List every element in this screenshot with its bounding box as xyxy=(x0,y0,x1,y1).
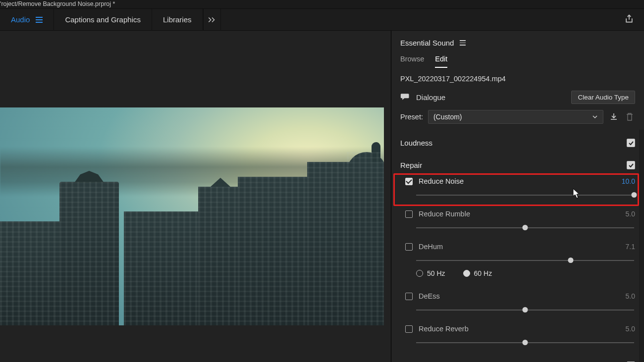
panel-menu-icon[interactable] xyxy=(460,40,466,46)
tab-browse[interactable]: Browse xyxy=(400,55,424,68)
reduce-rumble-value[interactable]: 5.0 xyxy=(626,210,635,218)
reduce-noise-label: Reduce Noise xyxy=(419,177,464,185)
panel-header: Essential Sound xyxy=(391,31,644,51)
panel-title: Essential Sound xyxy=(400,39,454,47)
reduce-rumble-label: Reduce Rumble xyxy=(419,210,470,218)
essential-sound-panel: Essential Sound Browse Edit PXL_20220317… xyxy=(391,31,644,362)
section-label: Repair xyxy=(400,161,422,169)
share-icon xyxy=(624,14,634,24)
audio-type-label: Dialogue xyxy=(416,93,445,102)
chevrons-right-icon xyxy=(208,16,216,24)
download-icon xyxy=(609,112,618,121)
chevron-down-icon xyxy=(592,114,598,120)
dehum-frequency-radios: 50 Hz 60 Hz xyxy=(405,263,635,280)
audio-type-row: Dialogue Clear Audio Type xyxy=(391,89,644,110)
sections: Loudness Repair xyxy=(391,132,644,362)
workspace-tab-captions[interactable]: Captions and Graphics xyxy=(54,9,152,31)
repair-checkbox[interactable] xyxy=(627,161,635,169)
deess-value[interactable]: 5.0 xyxy=(626,292,635,300)
workspace-tab-label: Audio xyxy=(11,15,30,24)
dehum-value[interactable]: 7.1 xyxy=(626,243,635,251)
reduce-rumble-slider[interactable] xyxy=(416,225,634,231)
dehum-checkbox[interactable] xyxy=(405,243,413,251)
item-reduce-noise: Reduce Noise 10.0 xyxy=(400,172,638,205)
repair-items: Reduce Noise 10.0 xyxy=(400,172,638,353)
section-loudness[interactable]: Loudness xyxy=(400,132,638,154)
panel-tabs: Browse Edit xyxy=(391,51,644,68)
preset-dropdown[interactable]: (Custom) xyxy=(428,110,603,124)
hamburger-icon xyxy=(36,17,43,23)
save-preset-button[interactable] xyxy=(608,111,619,122)
dialogue-icon xyxy=(400,92,410,103)
workspace-tab-libraries[interactable]: Libraries xyxy=(152,9,203,31)
title-bar: 'roject/Remove Background Noise.prproj * xyxy=(0,0,644,9)
item-deess: DeEss 5.0 xyxy=(400,287,638,320)
panel-scrollbar[interactable] xyxy=(639,130,644,362)
section-clarity[interactable]: Clarity xyxy=(400,353,638,362)
radio-disc-icon xyxy=(416,270,423,277)
loudness-checkbox[interactable] xyxy=(627,139,635,147)
workspace-tab-label: Captions and Graphics xyxy=(65,15,141,24)
section-label: Loudness xyxy=(400,139,432,147)
video-preview xyxy=(0,107,384,325)
delete-preset-button[interactable] xyxy=(624,111,635,122)
dehum-label: DeHum xyxy=(419,243,443,251)
preset-value: (Custom) xyxy=(433,113,462,121)
reduce-reverb-label: Reduce Reverb xyxy=(419,325,469,333)
check-icon xyxy=(628,140,634,146)
workspace-toolbar: Audio Captions and Graphics Libraries xyxy=(0,9,644,31)
trash-icon xyxy=(626,112,634,121)
reduce-noise-slider[interactable] xyxy=(416,192,634,198)
reduce-rumble-checkbox[interactable] xyxy=(405,210,413,218)
radio-60hz-label: 60 Hz xyxy=(474,269,492,277)
workspace-tab-audio[interactable]: Audio xyxy=(0,9,54,31)
check-icon xyxy=(628,162,634,168)
main-area: Essential Sound Browse Edit PXL_20220317… xyxy=(0,31,644,362)
workspace-tab-label: Libraries xyxy=(163,15,192,24)
dehum-slider[interactable] xyxy=(416,258,634,263)
radio-60hz[interactable]: 60 Hz xyxy=(463,269,492,277)
section-repair[interactable]: Repair xyxy=(400,154,638,172)
preset-row: Preset: (Custom) xyxy=(391,110,644,132)
workspace-overflow-button[interactable] xyxy=(203,9,221,31)
radio-50hz-label: 50 Hz xyxy=(427,269,445,277)
reduce-reverb-checkbox[interactable] xyxy=(405,325,413,333)
deess-label: DeEss xyxy=(419,292,440,300)
reduce-reverb-value[interactable]: 5.0 xyxy=(626,325,635,333)
reduce-reverb-slider[interactable] xyxy=(416,340,634,346)
clear-audio-type-button[interactable]: Clear Audio Type xyxy=(571,91,635,104)
deess-slider[interactable] xyxy=(416,307,634,313)
preset-label: Preset: xyxy=(400,113,423,121)
reduce-noise-value[interactable]: 10.0 xyxy=(622,177,635,185)
tab-edit[interactable]: Edit xyxy=(435,55,447,68)
export-share-button[interactable] xyxy=(624,14,634,26)
item-reduce-reverb: Reduce Reverb 5.0 xyxy=(400,320,638,353)
radio-disc-icon xyxy=(463,270,470,277)
clip-filename: PXL_20220317_002224954.mp4 xyxy=(391,68,644,89)
radio-50hz[interactable]: 50 Hz xyxy=(416,269,445,277)
program-monitor[interactable] xyxy=(0,31,391,362)
reduce-noise-checkbox[interactable] xyxy=(405,178,413,185)
deess-checkbox[interactable] xyxy=(405,293,413,300)
item-reduce-rumble: Reduce Rumble 5.0 xyxy=(400,205,638,238)
item-dehum: DeHum 7.1 50 Hz xyxy=(400,238,638,287)
